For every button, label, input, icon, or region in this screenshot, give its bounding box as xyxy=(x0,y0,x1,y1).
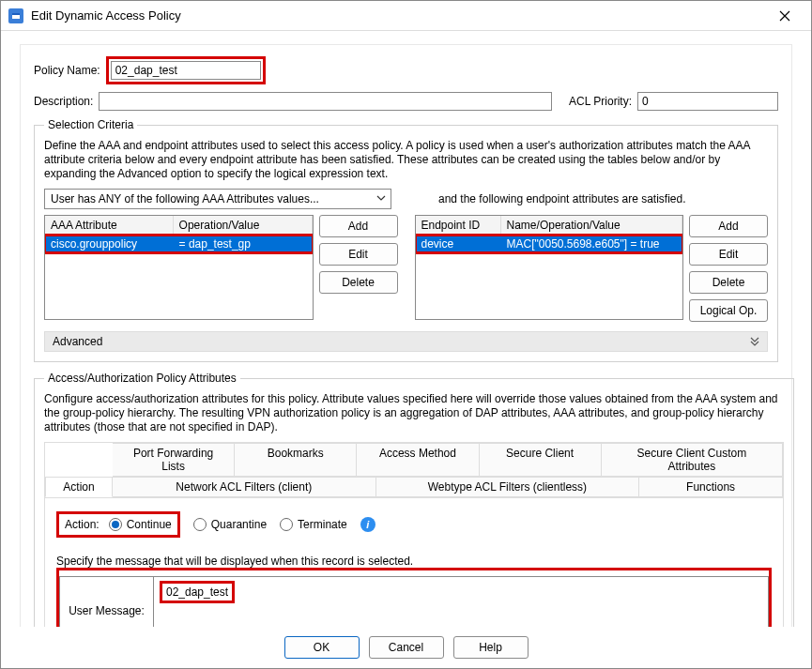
user-message-text: 02_dap_test xyxy=(166,585,228,599)
tab-access-method[interactable]: Access Method xyxy=(357,443,479,477)
titlebar: Edit Dynamic Access Policy xyxy=(1,1,811,31)
tabs-container: Port Forwarding Lists Bookmarks Access M… xyxy=(44,442,784,497)
body-inner: Policy Name: Description: ACL Priority: … xyxy=(20,44,792,627)
selection-criteria-fieldset: Selection Criteria Define the AAA and en… xyxy=(34,118,778,362)
aaa-cell-val: = dap_test_gp xyxy=(174,236,313,252)
user-message-highlight: User Message: 02_dap_test xyxy=(56,568,772,627)
ep-cell-id: device xyxy=(416,236,501,252)
access-policy-fieldset: Access/Authorization Policy Attributes C… xyxy=(34,372,794,627)
radio-quarantine[interactable]: Quarantine xyxy=(193,518,267,531)
access-policy-legend: Access/Authorization Policy Attributes xyxy=(44,372,240,385)
selection-criteria-legend: Selection Criteria xyxy=(44,118,137,131)
endpoint-table-header: Endpoint ID Name/Operation/Value xyxy=(416,216,683,236)
user-message-text-highlight: 02_dap_test xyxy=(160,581,235,603)
ep-delete-button[interactable]: Delete xyxy=(689,271,768,294)
app-icon xyxy=(8,8,23,23)
tabs-row-1: Port Forwarding Lists Bookmarks Access M… xyxy=(45,443,783,477)
criteria-tables: AAA Attribute Operation/Value cisco.grou… xyxy=(44,215,768,322)
policy-name-input[interactable] xyxy=(111,61,261,80)
radio-dot-icon xyxy=(109,518,122,531)
tab-secure-client-custom[interactable]: Secure Client Custom Attributes xyxy=(602,443,783,477)
description-row: Description: ACL Priority: xyxy=(34,92,778,111)
user-message-prompt: Specify the message that will be display… xyxy=(56,555,772,568)
aaa-button-column: Add Edit Delete xyxy=(319,215,398,322)
advanced-toggle[interactable]: Advanced xyxy=(44,331,768,352)
policy-name-row: Policy Name: xyxy=(34,56,778,84)
tab-bookmarks[interactable]: Bookmarks xyxy=(235,443,357,477)
endpoint-button-column: Add Edit Delete Logical Op. xyxy=(689,215,768,322)
info-icon[interactable]: i xyxy=(360,517,375,532)
aaa-match-dropdown[interactable]: User has ANY of the following AAA Attrib… xyxy=(44,189,391,209)
radio-continue-label: Continue xyxy=(127,518,172,531)
tab-action[interactable]: Action xyxy=(45,477,113,497)
user-message-label: User Message: xyxy=(60,577,154,627)
aaa-cell-attr: cisco.grouppolicy xyxy=(45,236,174,252)
radio-dot-icon xyxy=(193,518,207,531)
cancel-button[interactable]: Cancel xyxy=(369,636,444,659)
dialog-title: Edit Dynamic Access Policy xyxy=(31,8,766,23)
dialog-body: Policy Name: Description: ACL Priority: … xyxy=(1,31,811,627)
aaa-match-dropdown-value: User has ANY of the following AAA Attrib… xyxy=(51,192,319,205)
endpoint-table[interactable]: Endpoint ID Name/Operation/Value device … xyxy=(415,215,684,320)
aaa-col-attribute: AAA Attribute xyxy=(45,216,174,235)
aaa-add-button[interactable]: Add xyxy=(319,215,398,237)
user-message-box: User Message: 02_dap_test xyxy=(59,576,769,627)
tab-action-body: Action: Continue Quarantine xyxy=(44,497,784,627)
tab-functions[interactable]: Functions xyxy=(639,477,783,497)
selection-criteria-text: Define the AAA and endpoint attributes u… xyxy=(44,139,768,181)
aaa-table-row[interactable]: cisco.grouppolicy = dap_test_gp xyxy=(45,236,313,252)
aaa-column: AAA Attribute Operation/Value cisco.grou… xyxy=(44,215,398,322)
tab-network-acl[interactable]: Network ACL Filters (client) xyxy=(113,477,376,497)
double-chevron-down-icon xyxy=(748,335,761,351)
tabs-row-2: Action Network ACL Filters (client) Webt… xyxy=(45,477,783,497)
help-button[interactable]: Help xyxy=(453,636,529,659)
ep-edit-button[interactable]: Edit xyxy=(689,243,768,266)
radio-dot-icon xyxy=(280,518,293,531)
endpoint-column: Endpoint ID Name/Operation/Value device … xyxy=(415,215,769,322)
access-policy-text: Configure access/authorization attribute… xyxy=(44,392,784,434)
aaa-col-operation: Operation/Value xyxy=(174,216,313,235)
ep-col-id: Endpoint ID xyxy=(416,216,501,235)
advanced-label: Advanced xyxy=(53,335,102,348)
acl-priority-label: ACL Priority: xyxy=(569,95,632,108)
aaa-edit-button[interactable]: Edit xyxy=(319,243,398,266)
chevron-down-icon xyxy=(375,192,387,206)
endpoint-table-row[interactable]: device MAC["0050.5698.e605"] = true xyxy=(416,236,683,252)
svg-rect-1 xyxy=(12,13,20,15)
dialog-window: Edit Dynamic Access Policy Policy Name: … xyxy=(0,0,812,669)
close-button[interactable] xyxy=(766,2,804,30)
tab-webtype-acl[interactable]: Webtype ACL Filters (clientless) xyxy=(376,477,640,497)
action-label: Action: xyxy=(65,518,100,531)
radio-terminate[interactable]: Terminate xyxy=(280,518,347,531)
tab-port-forwarding[interactable]: Port Forwarding Lists xyxy=(113,443,235,477)
description-label: Description: xyxy=(34,95,93,108)
policy-name-label: Policy Name: xyxy=(34,64,100,77)
aaa-delete-button[interactable]: Delete xyxy=(319,271,398,294)
close-icon xyxy=(779,10,790,22)
aaa-table-header: AAA Attribute Operation/Value xyxy=(45,216,313,236)
acl-priority-input[interactable] xyxy=(637,92,778,111)
radio-quarantine-label: Quarantine xyxy=(211,518,267,531)
action-radio-row: Action: Continue Quarantine xyxy=(56,511,772,538)
ep-col-op: Name/Operation/Value xyxy=(501,216,682,235)
dialog-footer: OK Cancel Help xyxy=(1,627,811,668)
radio-terminate-label: Terminate xyxy=(298,518,347,531)
ep-add-button[interactable]: Add xyxy=(689,215,768,237)
ep-logical-op-button[interactable]: Logical Op. xyxy=(689,299,768,322)
policy-name-highlight xyxy=(106,56,266,84)
user-message-value[interactable]: 02_dap_test xyxy=(154,577,768,627)
criteria-controls-row: User has ANY of the following AAA Attrib… xyxy=(44,189,768,209)
action-highlight: Action: Continue xyxy=(56,511,180,538)
description-input[interactable] xyxy=(99,92,552,111)
aaa-table[interactable]: AAA Attribute Operation/Value cisco.grou… xyxy=(44,215,314,320)
radio-continue[interactable]: Continue xyxy=(109,518,172,531)
ep-cell-val: MAC["0050.5698.e605"] = true xyxy=(501,236,682,252)
tab-secure-client[interactable]: Secure Client xyxy=(480,443,602,477)
ok-button[interactable]: OK xyxy=(284,636,360,659)
endpoint-note: and the following endpoint attributes ar… xyxy=(438,192,686,205)
